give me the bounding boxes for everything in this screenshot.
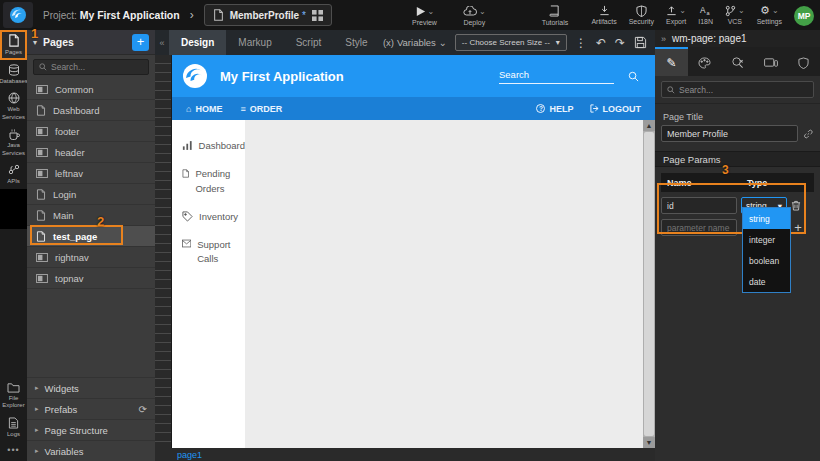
page-item-rightnav[interactable]: rightnav	[27, 247, 155, 268]
nav-order[interactable]: ≡ ORDER	[240, 104, 282, 114]
palette-icon	[698, 57, 711, 69]
page-icon	[36, 210, 46, 221]
page-item-dashboard[interactable]: Dashboard	[27, 100, 155, 121]
rail-item-logs[interactable]: Logs	[0, 413, 27, 442]
scroll-up-icon[interactable]: ▲	[643, 120, 655, 131]
page-item-test-page[interactable]: test_page	[27, 226, 155, 247]
search-icon[interactable]	[628, 71, 639, 82]
undo-icon[interactable]: ↶	[596, 36, 606, 50]
tab-security[interactable]	[787, 47, 820, 76]
app-sidebar: Dashboard Pending Orders Inventory	[172, 120, 245, 448]
type-option-date[interactable]: date	[743, 271, 790, 292]
properties-search-input[interactable]: Search...	[661, 81, 814, 98]
section-prefabs[interactable]: ▸ Prefabs ⟳	[27, 398, 155, 419]
security-button[interactable]: Security	[629, 4, 654, 25]
help-icon: ?	[536, 104, 545, 113]
gear-icon: ⚙	[760, 4, 770, 17]
sidebar-item-inventory[interactable]: Inventory	[172, 203, 245, 231]
add-param-button[interactable]: +	[791, 220, 805, 235]
rail-item-apis[interactable]: APIs	[0, 160, 27, 189]
artifacts-button[interactable]: Artifacts	[591, 4, 616, 25]
page-item-topnav[interactable]: topnav	[27, 268, 155, 289]
sidebar-item-pending-orders[interactable]: Pending Orders	[172, 160, 245, 203]
i18n-button[interactable]: A a I18N	[698, 4, 713, 25]
kebab-menu-icon[interactable]: ⋮	[575, 36, 587, 50]
topbar-actions: ⌄ Preview ⌄ Deploy Tuto	[412, 5, 568, 26]
tab-design[interactable]: Design	[169, 30, 226, 55]
canvas-scrollbar[interactable]: ▲ ▼	[643, 120, 655, 448]
tab-styles[interactable]	[688, 47, 721, 76]
grid-icon[interactable]	[312, 10, 323, 21]
tab-markup[interactable]: Markup	[226, 30, 283, 55]
section-widgets[interactable]: ▸ Widgets	[27, 377, 155, 398]
partial-icon	[36, 169, 48, 178]
app-content-area[interactable]	[245, 120, 643, 448]
page-item-login[interactable]: Login	[27, 184, 155, 205]
open-page-tab[interactable]: MemberProfile *	[204, 4, 332, 26]
tab-script[interactable]: Script	[284, 30, 334, 55]
wavemaker-logo[interactable]	[3, 2, 33, 28]
screen-size-select[interactable]: -- Choose Screen Size -- ▾	[455, 34, 567, 51]
app-header[interactable]: My First Application Search	[172, 55, 655, 97]
add-page-button[interactable]: +	[132, 34, 149, 51]
rail-item-databases[interactable]: Databases	[0, 60, 27, 89]
page-item-main[interactable]: Main	[27, 205, 155, 226]
export-button[interactable]: ⌄ Export	[666, 4, 686, 25]
settings-button[interactable]: ⚙ ⌄ Settings	[757, 4, 782, 25]
scroll-down-icon[interactable]: ▼	[643, 437, 655, 448]
pages-search-input[interactable]: Search...	[33, 59, 149, 75]
page-item-leftnav[interactable]: leftnav	[27, 163, 155, 184]
tab-devices[interactable]	[754, 47, 787, 76]
rail-more-button[interactable]: •••	[7, 441, 19, 461]
page-title-input[interactable]	[661, 125, 798, 142]
nav-help[interactable]: ? HELP	[536, 104, 573, 114]
param-name-input[interactable]	[661, 197, 737, 214]
type-option-integer[interactable]: integer	[743, 229, 790, 250]
tab-properties[interactable]: ✎	[655, 47, 688, 76]
rail-item-pages[interactable]: Pages	[0, 30, 27, 60]
file-icon	[213, 9, 224, 21]
project-label: Project:	[43, 10, 77, 21]
app-logo-icon	[182, 63, 208, 89]
deploy-button[interactable]: ⌄ Deploy	[463, 5, 486, 26]
rail-item-file-explorer[interactable]: File Explorer	[0, 378, 27, 413]
tab-events[interactable]	[721, 47, 754, 76]
page-params-section-header[interactable]: Page Params	[655, 151, 820, 167]
variables-dropdown[interactable]: (x) Variables ⌄	[383, 37, 447, 48]
nav-home[interactable]: ⌂ HOME	[186, 104, 222, 114]
page-item-footer[interactable]: footer	[27, 121, 155, 142]
scrollbar-thumb[interactable]	[644, 132, 654, 436]
trash-icon	[791, 200, 801, 211]
user-avatar[interactable]: MP	[794, 6, 814, 26]
design-canvas[interactable]: My First Application Search ⌂ HOME ≡ ORD…	[172, 55, 655, 448]
rail-item-java-services[interactable]: Java Services	[0, 124, 27, 160]
tab-style[interactable]: Style	[333, 30, 379, 55]
type-option-string[interactable]: string	[743, 208, 790, 229]
type-option-boolean[interactable]: boolean	[743, 250, 790, 271]
delete-param-button[interactable]	[791, 200, 805, 211]
preview-button[interactable]: ⌄ Preview	[412, 5, 437, 26]
section-page-structure[interactable]: ▸ Page Structure	[27, 419, 155, 440]
page1-tab[interactable]: page1	[177, 450, 202, 460]
tutorials-button[interactable]: Tutorials	[542, 5, 569, 26]
bind-link-icon[interactable]	[803, 128, 814, 140]
sidebar-item-dashboard[interactable]: Dashboard	[172, 132, 245, 160]
collapse-left-panel-button[interactable]: «	[155, 38, 169, 48]
vcs-button[interactable]: ⌄ VCS	[725, 4, 745, 25]
params-table-header: Name Type	[661, 173, 814, 192]
save-icon[interactable]	[634, 36, 647, 49]
redo-icon[interactable]: ↷	[615, 36, 625, 50]
rail-item-web-services[interactable]: Web Services	[0, 88, 27, 124]
pages-search: Search...	[27, 55, 155, 79]
page-item-header[interactable]: header	[27, 142, 155, 163]
sidebar-item-support-calls[interactable]: Support Calls	[172, 231, 245, 274]
app-search-input[interactable]: Search	[499, 69, 614, 84]
collapse-right-panel-button[interactable]: »	[661, 34, 666, 44]
logout-icon	[590, 104, 599, 113]
section-variables[interactable]: ▸ Variables	[27, 440, 155, 461]
page-item-common[interactable]: Common	[27, 79, 155, 100]
new-param-name-input[interactable]	[661, 219, 737, 236]
refresh-icon[interactable]: ⟳	[139, 404, 147, 415]
canvas-bottom-bar: page1	[155, 448, 655, 461]
nav-logout[interactable]: LOGOUT	[590, 104, 642, 114]
